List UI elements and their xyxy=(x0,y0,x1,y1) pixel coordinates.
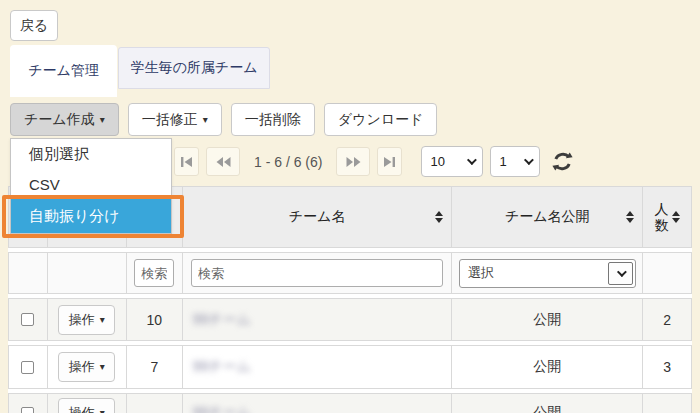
refresh-icon xyxy=(551,150,574,173)
download-button[interactable]: ダウンロード xyxy=(324,103,438,136)
chevron-down-icon xyxy=(617,267,627,277)
caret-down-icon xyxy=(100,362,105,372)
operation-button[interactable]: 操作 xyxy=(58,398,115,413)
row-count-cell: 3 xyxy=(643,346,691,388)
filter-operation-cell xyxy=(48,253,127,293)
page-range-text: 1 - 6 / 6 (6) xyxy=(254,154,322,170)
row-operation-cell: 操作 xyxy=(48,346,127,388)
bulk-delete-button[interactable]: 一括削除 xyxy=(231,103,315,136)
pagination-bar: 1 - 6 / 6 (6) 10 1 xyxy=(174,146,574,177)
first-page-icon xyxy=(180,156,193,168)
operation-button[interactable]: 操作 xyxy=(58,352,115,382)
team-name-publish-header-label: チーム名公開 xyxy=(505,208,590,226)
prev-page-icon xyxy=(216,156,231,168)
caret-down-icon xyxy=(203,115,208,125)
sort-icon[interactable] xyxy=(672,211,680,223)
row-count-cell xyxy=(643,394,691,413)
header-team-name-cell[interactable]: チーム名 xyxy=(183,187,453,247)
header-member-count-cell[interactable]: 人数 xyxy=(643,187,691,247)
table-filter-row: 選択 xyxy=(8,252,692,294)
first-page-button[interactable] xyxy=(174,147,199,176)
operation-label: 操作 xyxy=(69,358,95,376)
team-name-search-input[interactable] xyxy=(191,259,443,287)
back-button[interactable]: 戻る xyxy=(10,10,58,41)
page-number-value: 1 xyxy=(499,154,506,169)
row-operation-cell: 操作 xyxy=(48,299,127,340)
chevron-down-icon xyxy=(467,155,477,165)
row-number-cell: 7 xyxy=(127,346,183,388)
chevron-down-icon xyxy=(524,155,534,165)
create-team-menu: 個別選択 CSV 自動振り分け xyxy=(10,138,172,234)
team-name-blurred: 99チーム xyxy=(193,358,251,376)
menu-item-individual-select[interactable]: 個別選択 xyxy=(11,139,171,169)
publish-filter-value: 選択 xyxy=(468,264,494,282)
create-team-label: チーム作成 xyxy=(24,111,95,129)
row-team-name-cell: 99チーム xyxy=(183,299,453,340)
row-team-name-cell: 99チーム xyxy=(183,394,453,413)
bulk-edit-label: 一括修正 xyxy=(142,111,198,129)
team-name-header-label: チーム名 xyxy=(289,208,346,226)
row-checkbox[interactable] xyxy=(21,313,34,326)
page-number-select[interactable]: 1 xyxy=(490,146,540,177)
team-management-page: 戻る チーム管理 学生毎の所属チーム チーム作成 一括修正 一括削除 ダウンロー… xyxy=(0,0,700,413)
select-arrow-box xyxy=(608,262,633,285)
menu-item-csv[interactable]: CSV xyxy=(11,169,171,199)
caret-down-icon xyxy=(100,408,105,413)
last-page-button[interactable] xyxy=(377,147,402,176)
header-team-name-publish-cell[interactable]: チーム名公開 xyxy=(452,187,643,247)
row-operation-cell: 操作 xyxy=(48,394,127,413)
filter-number-cell xyxy=(127,253,183,293)
page-size-value: 10 xyxy=(430,154,444,169)
tab-teams-per-student[interactable]: 学生毎の所属チーム xyxy=(118,47,270,89)
table-row: 操作 10 99チーム 公開 2 xyxy=(8,298,692,341)
filter-checkbox-cell xyxy=(9,253,48,293)
row-publish-cell: 公開 xyxy=(452,394,643,413)
next-page-icon xyxy=(346,156,361,168)
row-checkbox[interactable] xyxy=(21,361,34,374)
bulk-edit-button[interactable]: 一括修正 xyxy=(128,103,222,136)
row-checkbox-cell xyxy=(9,394,48,413)
table-row: 操作 99チーム 公開 xyxy=(8,393,692,413)
row-publish-cell: 公開 xyxy=(452,299,643,340)
page-size-select[interactable]: 10 xyxy=(421,146,483,177)
row-publish-cell: 公開 xyxy=(452,346,643,388)
row-checkbox[interactable] xyxy=(21,407,34,413)
filter-team-name-cell xyxy=(183,253,453,293)
operation-label: 操作 xyxy=(69,404,95,413)
operation-button[interactable]: 操作 xyxy=(58,305,115,335)
caret-down-icon xyxy=(100,315,105,325)
team-name-blurred: 99チーム xyxy=(193,404,251,413)
row-number-cell: 10 xyxy=(127,299,183,340)
operation-label: 操作 xyxy=(69,311,95,329)
sort-icon[interactable] xyxy=(626,211,634,223)
number-search-input[interactable] xyxy=(134,259,174,287)
tab-team-management[interactable]: チーム管理 xyxy=(10,45,117,97)
table-row: 操作 7 99チーム 公開 3 xyxy=(8,345,692,389)
row-count-cell: 2 xyxy=(643,299,691,340)
refresh-button[interactable] xyxy=(551,150,574,173)
row-number-cell xyxy=(127,394,183,413)
toolbar: チーム作成 一括修正 一括削除 ダウンロード xyxy=(10,103,437,136)
next-page-button[interactable] xyxy=(336,147,370,176)
filter-publish-cell: 選択 xyxy=(452,253,643,293)
team-name-blurred: 99チーム xyxy=(193,311,251,329)
publish-filter-select[interactable]: 選択 xyxy=(459,259,636,288)
last-page-icon xyxy=(383,156,396,168)
menu-item-auto-assign[interactable]: 自動振り分け xyxy=(11,199,171,233)
row-team-name-cell: 99チーム xyxy=(183,346,453,388)
create-team-button[interactable]: チーム作成 xyxy=(10,103,119,136)
row-checkbox-cell xyxy=(9,346,48,388)
caret-down-icon xyxy=(100,115,105,125)
sort-icon[interactable] xyxy=(435,211,443,223)
row-checkbox-cell xyxy=(9,299,48,340)
member-count-header-label: 人数 xyxy=(654,201,669,233)
filter-count-cell xyxy=(643,253,691,293)
prev-page-button[interactable] xyxy=(206,147,240,176)
